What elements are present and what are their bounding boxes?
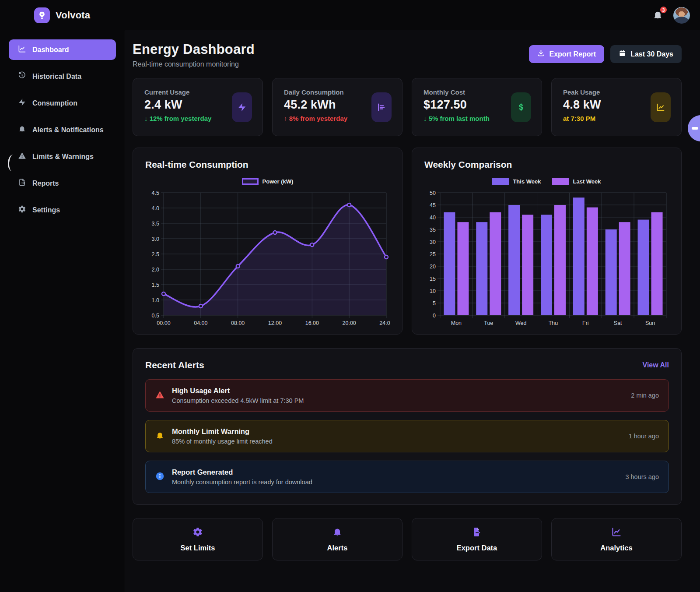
bell-icon <box>332 527 343 539</box>
sidebar-item-label: Limits & Warnings <box>32 153 94 161</box>
bell-icon <box>155 431 164 442</box>
alert-description: Monthly consumption report is ready for … <box>172 479 618 486</box>
view-all-link[interactable]: View All <box>643 361 669 369</box>
notification-count-badge: 3 <box>659 6 668 14</box>
date-range-button[interactable]: Last 30 Days <box>610 45 682 63</box>
svg-text:3.5: 3.5 <box>152 221 159 227</box>
sidebar-item-label: Settings <box>32 206 60 214</box>
svg-text:25: 25 <box>430 251 436 257</box>
info-icon <box>155 472 164 483</box>
chart-title: Real-time Consumption <box>145 159 390 170</box>
app-window: Volvota 3 Dashboard Historical Data Cons… <box>0 0 700 592</box>
notifications-button[interactable]: 3 <box>652 10 664 21</box>
recent-alerts-title: Recent Alerts <box>145 360 204 370</box>
svg-text:Mon: Mon <box>451 320 462 326</box>
sidebar-item-label: Reports <box>32 180 59 187</box>
svg-text:08:00: 08:00 <box>231 320 245 326</box>
svg-text:3.0: 3.0 <box>152 236 159 242</box>
svg-text:Sat: Sat <box>614 320 622 326</box>
line-chart: 0.51.01.52.02.53.03.54.04.500:0004:0008:… <box>145 189 390 332</box>
alert-row-report-generated[interactable]: Report Generated Monthly consumption rep… <box>145 461 669 493</box>
alert-triangle-icon <box>155 390 164 401</box>
alert-description: Consumption exceeded 4.5kW limit at 7:30… <box>172 397 623 404</box>
sidebar-item-limits-warnings[interactable]: Limits & Warnings <box>9 146 116 167</box>
page-title: Energy Dashboard <box>133 42 255 57</box>
page-subtitle: Real-time consumption monitoring <box>133 60 255 68</box>
quick-action-label: Set Limits <box>181 544 215 552</box>
alert-timestamp: 3 hours ago <box>625 473 659 480</box>
svg-text:Wed: Wed <box>515 320 527 326</box>
svg-text:30: 30 <box>430 239 436 245</box>
bell-icon <box>18 125 26 135</box>
legend-label: Last Week <box>573 178 601 185</box>
alert-row-high-usage[interactable]: High Usage Alert Consumption exceeded 4.… <box>145 379 669 412</box>
sidebar-item-consumption[interactable]: Consumption <box>9 93 116 113</box>
stat-card-daily-consumption: Daily Consumption 45.2 kWh ↑ 8% from yes… <box>272 78 402 136</box>
stat-card-peak-usage: Peak Usage 4.8 kW at 7:30 PM <box>551 78 682 136</box>
warning-triangle-icon <box>18 152 26 162</box>
sidebar-item-historical-data[interactable]: Historical Data <box>9 66 116 87</box>
svg-text:04:00: 04:00 <box>194 320 207 326</box>
file-export-icon <box>18 178 26 188</box>
bolt-icon <box>18 98 26 108</box>
history-icon <box>18 71 26 81</box>
sidebar-item-label: Alerts & Notifications <box>32 126 104 134</box>
quick-action-label: Export Data <box>457 544 497 552</box>
page-header: Energy Dashboard Real-time consumption m… <box>133 42 682 68</box>
line-chart-legend: Power (kW) <box>145 177 390 186</box>
bell-icon <box>652 14 663 22</box>
topbar-actions: 3 <box>652 7 690 24</box>
stat-cards: Current Usage 2.4 kW ↓ 12% from yesterda… <box>133 78 682 136</box>
brand: Volvota <box>34 7 90 23</box>
legend-swatch <box>552 178 569 185</box>
stat-card-current-usage: Current Usage 2.4 kW ↓ 12% from yesterda… <box>133 78 263 136</box>
alerts-button[interactable]: Alerts <box>272 518 402 560</box>
download-icon <box>537 49 545 59</box>
svg-text:4.5: 4.5 <box>152 190 159 196</box>
alert-row-monthly-limit[interactable]: Monthly Limit Warning 85% of monthly usa… <box>145 420 669 452</box>
date-range-label: Last 30 Days <box>630 50 673 58</box>
svg-text:Tue: Tue <box>484 320 493 326</box>
quick-action-label: Alerts <box>327 544 348 552</box>
sidebar-item-dashboard[interactable]: Dashboard <box>9 39 116 60</box>
brand-name: Volvota <box>56 10 90 21</box>
analytics-button[interactable]: Analytics <box>551 518 682 560</box>
lightbulb-icon <box>34 7 50 23</box>
legend-label: Power (kW) <box>262 178 294 185</box>
svg-text:2.0: 2.0 <box>152 267 159 273</box>
quick-action-label: Analytics <box>600 544 632 552</box>
legend-swatch <box>242 178 259 185</box>
calendar-icon <box>619 49 626 59</box>
export-report-label: Export Report <box>549 50 596 58</box>
alert-timestamp: 2 min ago <box>631 392 659 399</box>
svg-text:20:00: 20:00 <box>343 320 356 326</box>
alert-title: High Usage Alert <box>172 387 623 395</box>
quick-actions: Set Limits Alerts Export Data Analytics <box>133 518 682 560</box>
svg-text:24:00: 24:00 <box>379 320 390 326</box>
dollar-icon <box>511 92 531 122</box>
topbar: Volvota 3 <box>0 0 700 31</box>
svg-text:12:00: 12:00 <box>268 320 282 326</box>
sidebar-item-reports[interactable]: Reports <box>9 173 116 194</box>
export-report-button[interactable]: Export Report <box>529 45 604 63</box>
sidebar-item-label: Historical Data <box>32 73 81 81</box>
avatar[interactable] <box>673 7 690 24</box>
main-content: Energy Dashboard Real-time consumption m… <box>125 31 700 592</box>
bolt-icon <box>232 92 252 122</box>
gear-icon <box>192 527 203 539</box>
sidebar: Dashboard Historical Data Consumption Al… <box>0 31 125 592</box>
svg-text:5: 5 <box>433 300 436 307</box>
legend-swatch <box>492 178 509 185</box>
export-data-button[interactable]: Export Data <box>412 518 542 560</box>
sidebar-item-label: Consumption <box>32 99 77 107</box>
set-limits-button[interactable]: Set Limits <box>133 518 263 560</box>
svg-text:0.5: 0.5 <box>152 313 159 319</box>
sidebar-item-settings[interactable]: Settings <box>9 200 116 220</box>
svg-text:1.0: 1.0 <box>152 297 159 303</box>
svg-text:Sun: Sun <box>645 320 655 326</box>
sidebar-item-label: Dashboard <box>32 46 69 54</box>
svg-text:16:00: 16:00 <box>305 320 319 326</box>
alert-title: Report Generated <box>172 468 618 476</box>
sidebar-item-alerts-notifications[interactable]: Alerts & Notifications <box>9 120 116 140</box>
bar-chart: 05101520253035404550MonTueWedThuFriSatSu… <box>424 189 669 332</box>
